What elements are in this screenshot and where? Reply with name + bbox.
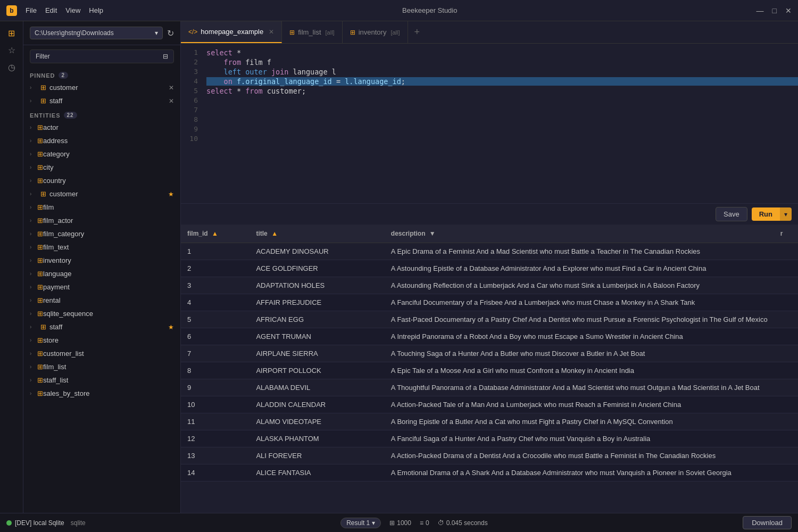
table-row[interactable]: 12 ALASKA PHANTOM A Fanciful Saga of a H…	[181, 430, 798, 447]
cell-title: ALAMO VIDEOTAPE	[250, 413, 384, 430]
pinned-item-customer[interactable]: › ⊞ customer ✕	[23, 81, 180, 94]
chevron-right-icon: ›	[30, 377, 37, 383]
table-row[interactable]: 3 ADAPTATION HOLES A Astounding Reflecti…	[181, 277, 798, 294]
cell-film-id: 1	[181, 243, 250, 260]
table-row[interactable]: 6 AGENT TRUMAN A Intrepid Panorama of a …	[181, 328, 798, 345]
code-line-8: 8	[181, 115, 798, 124]
table-row[interactable]: 14 ALICE FANTASIA A Emotional Drama of a…	[181, 464, 798, 481]
table-icon: ⊞	[37, 270, 43, 278]
entity-item-language[interactable]: › ⊞ language	[23, 267, 180, 280]
table-row[interactable]: 13 ALI FOREVER A Action-Packed Drama of …	[181, 447, 798, 464]
filter-icon: ⊟	[163, 53, 168, 60]
table-row[interactable]: 11 ALAMO VIDEOTAPE A Boring Epistle of a…	[181, 413, 798, 430]
save-button[interactable]: Save	[716, 207, 747, 221]
entity-item-film-list[interactable]: › ⊞ film_list	[23, 360, 180, 373]
entity-item-sqlite-sequence[interactable]: › ⊞ sqlite_sequence	[23, 307, 180, 320]
code-editor[interactable]: 1 select * 2 from film f 3 left outer jo…	[181, 44, 798, 203]
entity-item-film-actor[interactable]: › ⊞ film_actor	[23, 214, 180, 227]
tab-film-list[interactable]: ⊞ film_list [all]	[282, 21, 342, 43]
unpin-icon[interactable]: ✕	[169, 84, 174, 92]
refresh-button[interactable]: ↻	[167, 28, 174, 38]
chevron-right-icon: ›	[30, 204, 37, 210]
tab-inventory[interactable]: ⊞ inventory [all]	[343, 21, 408, 43]
menu-edit[interactable]: Edit	[45, 6, 57, 14]
entity-item-inventory[interactable]: › ⊞ inventory	[23, 254, 180, 267]
table-icon: ⊞	[37, 243, 43, 251]
null-icon: ≡	[420, 519, 423, 527]
connection-selector[interactable]: C:\Users\ghstng\Downloads ▾	[30, 27, 163, 39]
column-header-film-id[interactable]: film_id ▲	[181, 225, 250, 243]
table-row[interactable]: 2 ACE GOLDFINGER A Astounding Epistle of…	[181, 260, 798, 277]
menu-help[interactable]: Help	[89, 6, 103, 14]
clock-icon: ⏱	[438, 519, 444, 527]
entity-item-customer-list[interactable]: › ⊞ customer_list	[23, 347, 180, 360]
results-table[interactable]: film_id ▲ title ▲ description ▼ r 1 ACAD…	[181, 225, 798, 513]
cell-film-id: 8	[181, 362, 250, 379]
tab-homepage-example[interactable]: </> homepage_example ✕	[181, 21, 282, 43]
menu-view[interactable]: View	[65, 6, 80, 14]
chevron-right-icon: ›	[30, 164, 37, 170]
table-icon: ⊞	[37, 217, 43, 225]
tab-close-icon[interactable]: ✕	[269, 28, 274, 36]
chevron-right-icon: ›	[30, 351, 37, 356]
table-icon: ⊞	[37, 123, 43, 131]
entity-item-rental[interactable]: › ⊞ rental	[23, 294, 180, 307]
sidebar-icon-database[interactable]: ⊞	[4, 26, 19, 40]
table-row[interactable]: 4 AFFAIR PREJUDICE A Fanciful Documentar…	[181, 294, 798, 311]
entity-item-film-text[interactable]: › ⊞ film_text	[23, 240, 180, 254]
table-row[interactable]: 5 AFRICAN EGG A Fast-Paced Documentary o…	[181, 311, 798, 328]
download-button[interactable]: Download	[743, 516, 792, 529]
entity-item-staff[interactable]: › ⊞ staff ★	[23, 320, 180, 334]
menu-file[interactable]: File	[26, 6, 37, 14]
cell-title: AGENT TRUMAN	[250, 328, 384, 345]
run-button-group: Run ▾	[752, 207, 792, 221]
unpin-icon[interactable]: ✕	[169, 97, 174, 105]
add-tab-button[interactable]: +	[408, 21, 427, 43]
entity-item-address[interactable]: › ⊞ address	[23, 134, 180, 147]
entity-item-sales-by-store[interactable]: › ⊞ sales_by_store	[23, 387, 180, 400]
result-dropdown-icon: ▾	[372, 519, 375, 527]
sidebar-icon-history[interactable]: ◷	[4, 60, 19, 74]
cell-film-id: 3	[181, 277, 250, 294]
entity-item-category[interactable]: › ⊞ category	[23, 147, 180, 161]
cell-description: A Action-Packed Drama of a Dentist And a…	[385, 447, 774, 464]
cell-description: A Epic Tale of a Moose And a Girl who mu…	[385, 362, 774, 379]
run-dropdown-button[interactable]: ▾	[780, 207, 792, 221]
table-icon: ⊞	[37, 363, 43, 371]
table-row[interactable]: 8 AIRPORT POLLOCK A Epic Tale of a Moose…	[181, 362, 798, 379]
cell-film-id: 12	[181, 430, 250, 447]
sort-desc-icon: ▼	[429, 230, 436, 237]
table-row[interactable]: 9 ALABAMA DEVIL A Thoughtful Panorama of…	[181, 379, 798, 396]
maximize-button[interactable]: □	[772, 6, 777, 15]
filter-container[interactable]: Filter ⊟	[30, 49, 174, 63]
table-icon: ⊞	[37, 310, 43, 318]
table-row[interactable]: 1 ACADEMY DINOSAUR A Epic Drama of a Fem…	[181, 243, 798, 260]
entity-item-store[interactable]: › ⊞ store	[23, 334, 180, 347]
pinned-item-staff[interactable]: › ⊞ staff ✕	[23, 94, 180, 107]
chevron-right-icon: ›	[30, 98, 37, 104]
entity-item-customer[interactable]: › ⊞ customer ★	[23, 187, 180, 201]
entity-item-payment[interactable]: › ⊞ payment	[23, 280, 180, 294]
entity-item-country[interactable]: › ⊞ country	[23, 174, 180, 187]
column-header-r[interactable]: r	[774, 225, 798, 243]
entity-item-city[interactable]: › ⊞ city	[23, 161, 180, 174]
sidebar-icon-star[interactable]: ☆	[4, 43, 19, 57]
table-icon: ⊞	[37, 296, 43, 304]
minimize-button[interactable]: —	[757, 6, 764, 15]
result-selector[interactable]: Result 1 ▾	[340, 518, 381, 528]
close-button[interactable]: ✕	[785, 6, 792, 15]
run-button[interactable]: Run	[752, 207, 780, 221]
entity-item-staff-list[interactable]: › ⊞ staff_list	[23, 373, 180, 387]
table-row[interactable]: 7 AIRPLANE SIERRA A Touching Saga of a H…	[181, 345, 798, 362]
table-row[interactable]: 10 ALADDIN CALENDAR A Action-Packed Tale…	[181, 396, 798, 413]
row-count: ⊞ 1000	[389, 519, 411, 527]
connection-status: [DEV] local Sqlite	[6, 519, 64, 527]
entity-item-actor[interactable]: › ⊞ actor	[23, 121, 180, 134]
column-header-description[interactable]: description ▼	[385, 225, 774, 243]
entity-item-film-category[interactable]: › ⊞ film_category	[23, 227, 180, 240]
column-header-title[interactable]: title ▲	[250, 225, 384, 243]
connection-bar: C:\Users\ghstng\Downloads ▾ ↻	[23, 21, 180, 45]
chevron-right-icon: ›	[30, 218, 37, 223]
cell-r	[774, 311, 798, 328]
entity-item-film[interactable]: › ⊞ film	[23, 201, 180, 214]
